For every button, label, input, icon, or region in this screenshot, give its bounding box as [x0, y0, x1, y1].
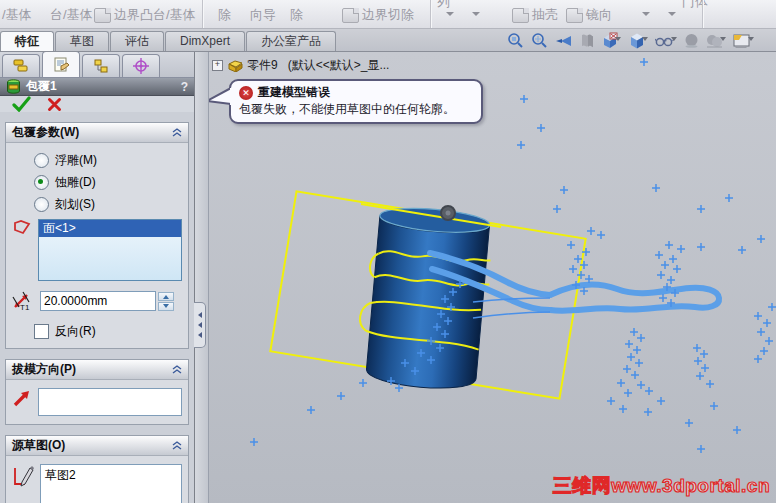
ribbon-item[interactable]: 边界凸台/基体 [114, 6, 196, 24]
cancel-button[interactable] [47, 97, 62, 112]
wrap-feature-icon [6, 79, 21, 94]
dropdown-caret-icon[interactable] [472, 12, 480, 20]
ribbon-separator [702, 0, 703, 28]
ribbon-item[interactable]: 台/基体 [50, 6, 93, 24]
featuremanager-tab[interactable] [2, 54, 40, 77]
radio-emboss[interactable]: 浮雕(M) [34, 149, 182, 171]
direction-selection-box[interactable] [38, 388, 182, 416]
ribbon-item[interactable]: 除 [218, 6, 231, 24]
thickness-t1-icon: T1 [12, 291, 34, 311]
ribbon-strip: /基体 台/基体 边界凸台/基体 除 向导 除 边界切除 列 抽壳 镜向 门体 [0, 0, 776, 29]
zoom-fit-icon[interactable] [507, 32, 524, 49]
graphics-viewport[interactable]: + 零件9 (默认<<默认>_显... ✕ 重建模型错误 包覆失败，不能使用草图… [209, 52, 776, 503]
face-selection-listbox[interactable]: 面<1> [38, 219, 182, 281]
group-title: 源草图(O) [12, 437, 172, 454]
view-orientation-group[interactable] [628, 32, 648, 49]
thickness-input[interactable] [40, 291, 156, 311]
source-sketch-group: 源草图(O) 草图2 [5, 435, 189, 503]
ribbon-separator [202, 0, 203, 28]
watermark: 三维网www.3dportal.cn [553, 473, 770, 499]
display-style-group[interactable] [655, 35, 677, 47]
radio-circle[interactable] [34, 153, 49, 168]
ribbon-item[interactable]: 抽壳 [532, 6, 558, 24]
tab-sketch[interactable]: 草图 [55, 31, 109, 51]
ok-button[interactable] [12, 96, 31, 112]
tab-evaluate[interactable]: 评估 [110, 31, 164, 51]
radio-circle-selected[interactable] [34, 175, 49, 190]
tab-dimxpert[interactable]: DimXpert [165, 31, 245, 51]
callout-tail [209, 86, 232, 106]
direction-arrow-icon [12, 388, 32, 408]
previous-view-icon[interactable] [555, 33, 573, 48]
shell-icon [512, 8, 529, 23]
source-sketch-box[interactable]: 草图2 [40, 464, 182, 503]
reverse-checkbox[interactable] [34, 324, 49, 339]
mirror-icon [566, 8, 583, 23]
pull-direction-group: 拔模方向(P) [5, 359, 189, 425]
group-header[interactable]: 拔模方向(P) [6, 360, 188, 380]
error-message: 包覆失败，不能使用草图中的任何轮廓。 [239, 102, 473, 117]
group-header[interactable]: 源草图(O) [6, 436, 188, 456]
section-view-icon[interactable] [580, 33, 594, 48]
tab-features[interactable]: 特征 [0, 31, 54, 51]
zoom-area-icon[interactable] [531, 32, 548, 49]
tree-expand-icon[interactable]: + [212, 60, 223, 71]
configurationmanager-tab[interactable] [82, 54, 120, 77]
radio-scribe[interactable]: 刻划(S) [34, 193, 182, 215]
collapse-chevron-icon[interactable] [172, 128, 182, 137]
ribbon-clipped-label: 门体 [682, 0, 708, 11]
dimxpertmanager-tab[interactable] [122, 54, 160, 77]
panel-collapse-handle[interactable] [194, 302, 206, 348]
ribbon-clipped-label: 列 [437, 0, 450, 11]
collapse-chevron-icon[interactable] [172, 365, 182, 374]
appearances-group[interactable] [706, 34, 726, 48]
ribbon-item[interactable]: 除 [290, 6, 303, 24]
property-manager-panel: 包覆1 ? 包覆参数(W) 浮雕(M) 蚀雕(D) [0, 52, 195, 503]
dropdown-caret-icon[interactable] [446, 12, 454, 20]
scene-group[interactable] [733, 33, 754, 48]
checkbox-label: 反向(R) [55, 323, 96, 340]
radio-label: 刻划(S) [55, 196, 95, 213]
flyout-feature-tree[interactable]: + 零件9 (默认<<默认>_显... [212, 57, 389, 74]
group-title: 包覆参数(W) [12, 124, 172, 141]
cylinder-body[interactable] [354, 204, 495, 393]
configuration-manager-icon [93, 59, 109, 74]
ribbon-item[interactable]: 边界切除 [362, 6, 414, 24]
ribbon-item[interactable]: 镜向 [586, 6, 612, 24]
part-icon [227, 59, 243, 72]
part-config: (默认<<默认>_显... [288, 57, 390, 74]
propertymanager-tab[interactable] [42, 51, 80, 77]
panel-splitter[interactable] [195, 52, 209, 503]
sketch-pencil-icon [12, 464, 34, 490]
feature-tree-icon [13, 59, 29, 73]
panel-title: 包覆1 [26, 78, 181, 95]
help-button[interactable]: ? [181, 80, 188, 94]
radio-label: 蚀雕(D) [55, 174, 96, 191]
dimxpert-manager-icon [133, 58, 149, 74]
boundary-boss-icon [94, 8, 111, 23]
spinner-down-button[interactable] [158, 302, 174, 311]
shadows-icon[interactable] [684, 33, 699, 48]
dropdown-caret-icon[interactable] [668, 12, 676, 20]
property-manager-icon [53, 57, 69, 72]
tab-office[interactable]: 办公室产品 [246, 31, 336, 51]
radio-deboss[interactable]: 蚀雕(D) [34, 171, 182, 193]
panel-actions [0, 96, 194, 112]
view-settings-group[interactable] [601, 32, 621, 49]
ribbon-item[interactable]: 向导 [250, 6, 276, 24]
svg-text:T1: T1 [20, 303, 30, 311]
dropdown-caret-icon[interactable] [642, 12, 650, 20]
spinner-up-button[interactable] [158, 292, 174, 301]
ribbon-item[interactable]: /基体 [2, 6, 32, 24]
face-select-icon [12, 219, 32, 235]
radio-label: 浮雕(M) [55, 152, 97, 169]
reverse-checkbox-row[interactable]: 反向(R) [34, 323, 182, 340]
ribbon-separator [430, 0, 431, 28]
radio-circle[interactable] [34, 197, 49, 212]
selected-face-item[interactable]: 面<1> [39, 220, 181, 237]
panel-title-bar: 包覆1 ? [0, 78, 194, 96]
group-header[interactable]: 包覆参数(W) [6, 123, 188, 143]
part-name[interactable]: 零件9 [247, 57, 278, 74]
collapse-chevron-icon[interactable] [172, 441, 182, 450]
panel-tabs [0, 52, 194, 78]
